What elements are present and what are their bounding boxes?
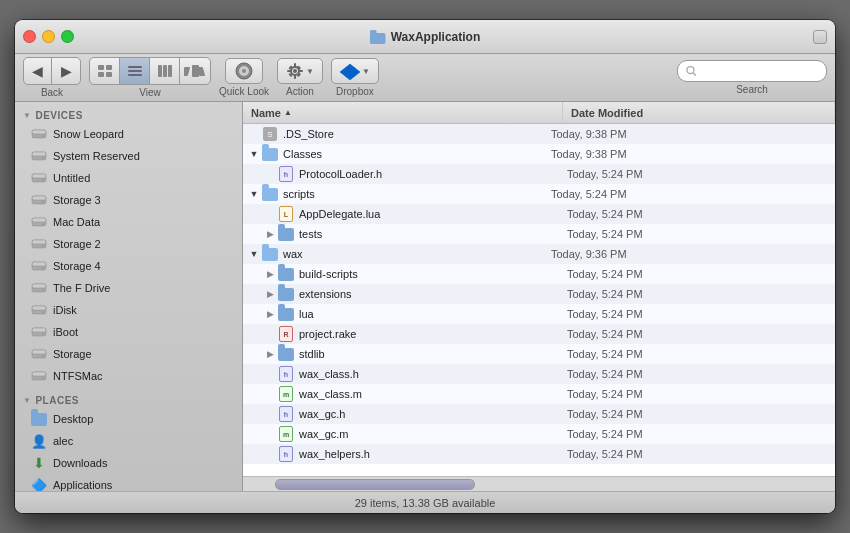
search-input-wrap xyxy=(677,60,827,82)
sidebar-item-device-6[interactable]: Storage 4 xyxy=(15,255,242,277)
file-icon-cell xyxy=(277,345,295,363)
sidebar-item-device-7[interactable]: The F Drive xyxy=(15,277,242,299)
table-row[interactable]: ▼ wax Today, 9:36 PM xyxy=(243,244,835,264)
column-view-button[interactable] xyxy=(150,58,180,84)
quicklook-button[interactable]: Quick Look xyxy=(219,58,269,97)
table-row[interactable]: ▶ lua Today, 5:24 PM xyxy=(243,304,835,324)
table-row[interactable]: h wax_gc.h Today, 5:24 PM xyxy=(243,404,835,424)
drive-icon xyxy=(31,126,47,142)
file-name: scripts xyxy=(283,188,543,200)
resize-button[interactable] xyxy=(813,30,827,44)
table-row[interactable]: h wax_class.h Today, 5:24 PM xyxy=(243,364,835,384)
user-icon: 👤 xyxy=(31,433,47,449)
sidebar-item-device-5[interactable]: Storage 2 xyxy=(15,233,242,255)
drive-icon xyxy=(31,170,47,186)
table-row[interactable]: R project.rake Today, 5:24 PM xyxy=(243,324,835,344)
expand-placeholder xyxy=(263,407,277,421)
file-name: tests xyxy=(299,228,559,240)
sidebar-item-place-2[interactable]: ⬇Downloads xyxy=(15,452,242,474)
svg-point-63 xyxy=(42,333,44,335)
window-title-text: WaxApplication xyxy=(391,30,481,44)
svg-rect-56 xyxy=(32,284,46,288)
expand-arrow[interactable]: ▶ xyxy=(263,307,277,321)
table-row[interactable]: m wax_gc.m Today, 5:24 PM xyxy=(243,424,835,444)
file-icon-cell xyxy=(261,245,279,263)
sidebar-item-device-8[interactable]: iDisk xyxy=(15,299,242,321)
expand-arrow[interactable]: ▶ xyxy=(263,347,277,361)
table-row[interactable]: L AppDelegate.lua Today, 5:24 PM xyxy=(243,204,835,224)
list-view-button[interactable] xyxy=(120,58,150,84)
expand-arrow[interactable]: ▶ xyxy=(263,287,277,301)
file-date: Today, 5:24 PM xyxy=(543,188,831,200)
dropbox-button[interactable]: ▼ Dropbox xyxy=(331,58,379,97)
sidebar-item-device-4[interactable]: Mac Data xyxy=(15,211,242,233)
close-button[interactable] xyxy=(23,30,36,43)
table-row[interactable]: S .DS_Store Today, 9:38 PM xyxy=(243,124,835,144)
expand-arrow[interactable]: ▼ xyxy=(247,147,261,161)
table-row[interactable]: ▶ build-scripts Today, 5:24 PM xyxy=(243,264,835,284)
expand-arrow[interactable]: ▶ xyxy=(263,227,277,241)
hscroll-thumb[interactable] xyxy=(275,479,475,490)
file-date: Today, 5:24 PM xyxy=(559,328,831,340)
col-name-header[interactable]: Name ▲ xyxy=(243,102,563,123)
expand-arrow[interactable]: ▼ xyxy=(247,187,261,201)
action-button[interactable]: ▼ Action xyxy=(277,58,323,97)
sidebar-item-place-3[interactable]: 🔷Applications xyxy=(15,474,242,491)
maximize-button[interactable] xyxy=(61,30,74,43)
sidebar-item-place-0[interactable]: Desktop xyxy=(15,408,242,430)
drive-icon xyxy=(31,280,47,296)
column-view-icon xyxy=(157,64,173,78)
table-row[interactable]: h ProtocolLoader.h Today, 5:24 PM xyxy=(243,164,835,184)
dropbox-dropdown-arrow: ▼ xyxy=(362,67,370,76)
svg-point-69 xyxy=(42,377,44,379)
action-inner: ▼ xyxy=(277,58,323,84)
sidebar-item-device-0[interactable]: Snow Leopard xyxy=(15,123,242,145)
drive-icon xyxy=(31,258,47,274)
search-input[interactable] xyxy=(701,65,818,77)
forward-button[interactable]: ▶ xyxy=(52,58,80,84)
dropbox-group: ▼ Dropbox xyxy=(331,58,379,97)
file-name: stdlib xyxy=(299,348,559,360)
svg-point-17 xyxy=(242,69,246,73)
table-row[interactable]: ▼ scripts Today, 5:24 PM xyxy=(243,184,835,204)
table-row[interactable]: ▼ Classes Today, 9:38 PM xyxy=(243,144,835,164)
expand-arrow[interactable]: ▶ xyxy=(263,267,277,281)
view-icon-button[interactable] xyxy=(90,58,120,84)
table-row[interactable]: h wax_helpers.h Today, 5:24 PM xyxy=(243,444,835,464)
sidebar-item-device-9[interactable]: iBoot xyxy=(15,321,242,343)
svg-rect-9 xyxy=(158,65,162,77)
file-date: Today, 5:24 PM xyxy=(559,448,831,460)
devices-triangle[interactable]: ▼ xyxy=(23,111,31,120)
search-label: Search xyxy=(736,84,768,95)
file-name: lua xyxy=(299,308,559,320)
file-date: Today, 5:24 PM xyxy=(559,168,831,180)
sidebar-item-device-11[interactable]: NTFSMac xyxy=(15,365,242,387)
file-name: ProtocolLoader.h xyxy=(299,168,559,180)
sidebar-item-device-10[interactable]: Storage xyxy=(15,343,242,365)
table-row[interactable]: ▶ stdlib Today, 5:24 PM xyxy=(243,344,835,364)
statusbar: 29 items, 13.38 GB available xyxy=(15,491,835,513)
table-row[interactable]: ▶ extensions Today, 5:24 PM xyxy=(243,284,835,304)
col-date-header[interactable]: Date Modified xyxy=(563,102,835,123)
table-row[interactable]: ▶ tests Today, 5:24 PM xyxy=(243,224,835,244)
sidebar-item-place-1[interactable]: 👤alec xyxy=(15,430,242,452)
expand-arrow[interactable]: ▼ xyxy=(247,247,261,261)
coverflow-view-button[interactable] xyxy=(180,58,210,84)
back-button[interactable]: ◀ xyxy=(24,58,52,84)
folder-file-icon xyxy=(278,268,294,281)
file-name: wax_class.m xyxy=(299,388,559,400)
m-file-icon: m xyxy=(279,386,293,402)
sidebar-item-device-2[interactable]: Untitled xyxy=(15,167,242,189)
minimize-button[interactable] xyxy=(42,30,55,43)
places-triangle[interactable]: ▼ xyxy=(23,396,31,405)
table-row[interactable]: m wax_class.m Today, 5:24 PM xyxy=(243,384,835,404)
horizontal-scrollbar[interactable] xyxy=(243,476,835,491)
window-title: WaxApplication xyxy=(370,29,481,45)
sidebar-item-device-1[interactable]: System Reserved xyxy=(15,145,242,167)
file-date: Today, 9:38 PM xyxy=(543,148,831,160)
m-file-icon: m xyxy=(279,426,293,442)
file-date: Today, 5:24 PM xyxy=(559,308,831,320)
file-date: Today, 5:24 PM xyxy=(559,208,831,220)
places-header-label: PLACES xyxy=(35,395,79,406)
sidebar-item-device-3[interactable]: Storage 3 xyxy=(15,189,242,211)
